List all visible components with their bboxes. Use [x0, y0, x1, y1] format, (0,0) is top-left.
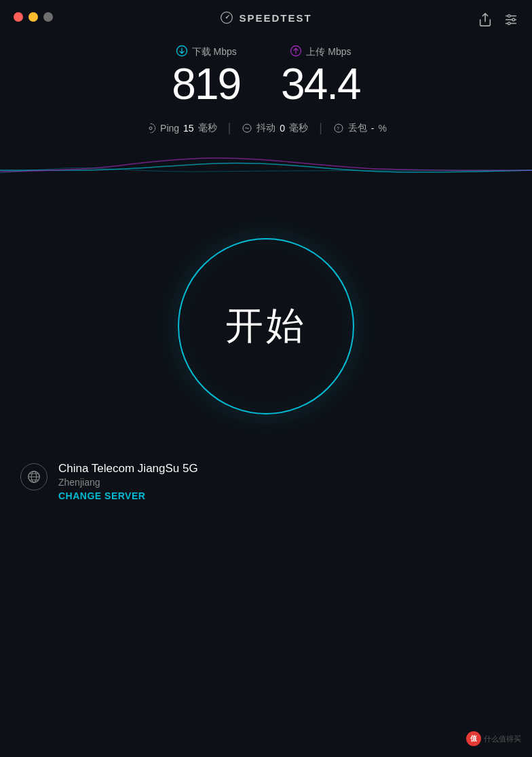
loss-item: ? 丢包 - % [333, 122, 387, 134]
separator-2: | [319, 121, 322, 135]
isp-name: China Telecom JiangSu 5G [58, 462, 198, 475]
jitter-label: 抖动 [256, 122, 276, 134]
bottom-info: China Telecom JiangSu 5G Zhenjiang CHANG… [0, 448, 532, 515]
traffic-lights [14, 12, 53, 22]
svg-point-6 [512, 18, 515, 21]
header-actions [478, 12, 518, 31]
titlebar: SPEEDTEST [0, 0, 532, 31]
loss-value: - [371, 123, 375, 134]
minimize-button[interactable] [28, 12, 38, 22]
jitter-value: 0 [280, 123, 285, 134]
svg-point-1 [226, 17, 228, 19]
change-server-button[interactable]: CHANGE SERVER [58, 490, 198, 501]
jitter-item: 抖动 0 毫秒 [242, 122, 308, 134]
ping-icon [145, 123, 156, 134]
start-button-label: 开始 [225, 300, 307, 352]
stats-section: 下载 Mbps 819 上传 Mbps 34.4 [0, 31, 532, 113]
svg-point-7 [508, 22, 510, 25]
svg-point-10 [149, 127, 152, 130]
wave-section [0, 143, 532, 197]
ping-item: Ping 15 毫秒 [145, 122, 217, 134]
ping-label: Ping [160, 123, 179, 134]
watermark-logo: 值 [466, 731, 481, 746]
svg-point-5 [508, 15, 510, 18]
app-title: SPEEDTEST [14, 11, 518, 24]
jitter-unit: 毫秒 [289, 122, 308, 134]
fullscreen-button[interactable] [43, 12, 53, 22]
ping-value: 15 [183, 123, 194, 134]
close-button[interactable] [14, 12, 23, 22]
watermark-text: 什么值得买 [484, 734, 521, 744]
ping-row: Ping 15 毫秒 | 抖动 0 毫秒 | ? 丢包 - % [0, 113, 532, 143]
start-button[interactable]: 开始 [178, 238, 354, 414]
share-icon[interactable] [478, 12, 493, 31]
watermark: 值 什么值得买 [466, 731, 521, 746]
svg-text:?: ? [337, 125, 339, 130]
ping-unit: 毫秒 [198, 122, 217, 134]
settings-icon[interactable] [504, 12, 518, 31]
circle-section: 开始 [0, 197, 532, 448]
wave-visualization [0, 143, 532, 197]
app-name-label: SPEEDTEST [239, 12, 311, 24]
download-arrow-icon [176, 45, 188, 60]
upload-label: 上传 Mbps [281, 45, 360, 60]
download-stat: 下载 Mbps 819 [172, 45, 240, 106]
loss-unit: % [379, 123, 387, 134]
jitter-icon [242, 123, 252, 134]
download-value: 819 [172, 62, 240, 106]
upload-stat: 上传 Mbps 34.4 [281, 45, 360, 106]
isp-location: Zhenjiang [58, 477, 198, 488]
speedtest-logo-icon [220, 11, 233, 24]
upload-value: 34.4 [281, 62, 360, 106]
isp-details: China Telecom JiangSu 5G Zhenjiang CHANG… [58, 462, 198, 501]
download-label: 下载 Mbps [172, 45, 240, 60]
globe-icon [20, 463, 48, 490]
loss-icon: ? [333, 123, 344, 134]
loss-label: 丢包 [348, 122, 367, 134]
upload-arrow-icon [290, 45, 302, 60]
separator-1: | [228, 121, 231, 135]
